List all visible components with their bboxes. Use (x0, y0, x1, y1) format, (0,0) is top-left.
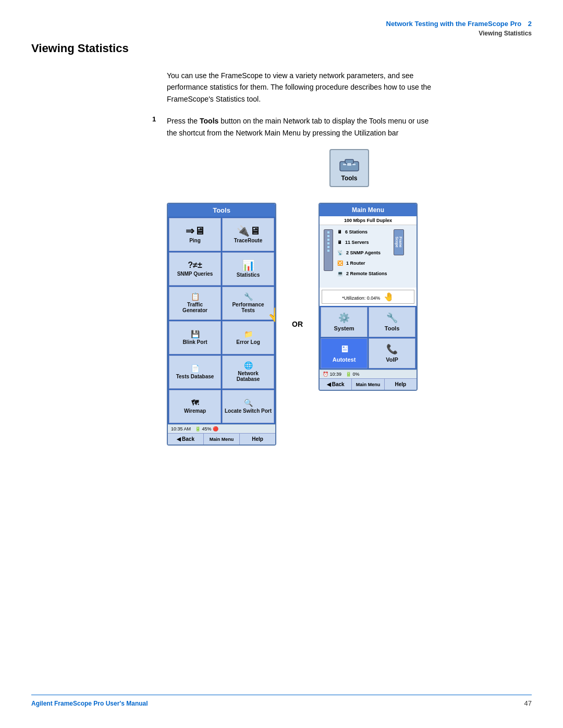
step1-text: Press the Tools button on the main Netwo… (167, 115, 438, 139)
main-menu-subtitle: 100 Mbps Full Duplex (320, 216, 417, 225)
tool-ping[interactable]: ⇒🖥 Ping (169, 218, 221, 251)
voip-label: VoIP (386, 356, 398, 363)
tool-snmp[interactable]: ?≠± SNMP Queries (169, 252, 221, 286)
tool-blink-label: Blink Port (182, 339, 207, 345)
tool-wiremap-label: Wiremap (184, 408, 206, 414)
intro-paragraph: You can use the FrameScope to view a var… (167, 70, 438, 105)
svg-rect-4 (347, 163, 351, 166)
snmp-item: 📡 2 SNMP Agents (337, 250, 387, 255)
autotest-label: Autotest (333, 356, 356, 363)
servers-icon: 🖥 (337, 240, 342, 245)
tool-locate-switch-port[interactable]: 🔍 Locate Switch Port (222, 390, 274, 423)
tool-tests-db-label: Tests Database (176, 374, 214, 379)
step-number: 1 (152, 115, 156, 123)
tools-help-btn[interactable]: Help (240, 434, 275, 445)
autotest-cell-icon: 🖥 (339, 344, 349, 355)
chapter-number: 2 (528, 20, 532, 28)
main-menu-screen: Main Menu 100 Mbps Full Duplex (319, 203, 418, 391)
main-menu-back-btn[interactable]: ◀ Back (320, 379, 352, 390)
utilization-bar[interactable]: *Utilization: 0.04% 🤚 (322, 290, 414, 304)
snmp-label: 2 SNMP Agents (346, 250, 381, 255)
or-separator: OR (287, 310, 308, 339)
section-subtitle: Viewing Statistics (479, 30, 532, 37)
menu-system[interactable]: ⚙️ System (321, 307, 368, 337)
main-menu-nav-bar: ◀ Back Main Menu Help (320, 378, 417, 390)
svg-rect-2 (343, 164, 346, 165)
network-items-list: 🖥 6 Stations 🖥 11 Servers 📡 2 SNMP Agent… (337, 229, 387, 279)
tool-ping-label: Ping (189, 238, 201, 243)
tools-screen-footer: 10:35 AM 🔋 45% 🔴 (168, 424, 275, 433)
switch-graphic (324, 229, 333, 271)
tool-blink-port[interactable]: 💾 Blink Port (169, 321, 221, 354)
tool-wiremap[interactable]: 🗺 Wiremap (169, 390, 221, 423)
stations-icon: 🖥 (337, 229, 342, 235)
tool-traceroute[interactable]: 🔌🖥 TraceRoute (222, 218, 274, 251)
router-item: 🔀 1 Router (337, 261, 387, 266)
toolbox-svg (338, 154, 361, 173)
tool-traffic-generator[interactable]: 📋 TrafficGenerator (169, 287, 221, 320)
snmp-icon: ?≠± (188, 261, 202, 269)
remote-stations-item: 💻 2 Remote Stations (337, 271, 387, 276)
tool-statistics-label: Statistics (237, 272, 260, 278)
tools-back-btn[interactable]: ◀ Back (168, 434, 204, 445)
menu-autotest[interactable]: 🖥 Autotest (321, 338, 368, 368)
tool-performance-tests[interactable]: 🔧 PerformanceTests (222, 287, 274, 320)
tool-error-label: Error Log (236, 339, 260, 345)
servers-label: 11 Servers (345, 240, 369, 245)
performance-icon: 🔧 (244, 293, 253, 300)
page-footer: Agilent FrameScope Pro User's Manual 47 (31, 695, 532, 707)
router-icon: 🔀 (337, 261, 343, 266)
menu-voip[interactable]: 📞 VoIP (369, 338, 415, 368)
hand-cursor-icon: 🤚 (267, 305, 276, 324)
svg-rect-1 (345, 159, 353, 164)
page-header: Network Testing with the FrameScope Pro … (386, 19, 532, 38)
tools-footer-battery: 🔋 45% 🔴 (193, 426, 221, 431)
tool-network-db-label: NetworkDatabase (237, 371, 260, 382)
voip-cell-icon: 📞 (386, 343, 398, 355)
statistics-icon: 📊 (242, 260, 255, 270)
page-content: Viewing Statistics You can use the Frame… (31, 42, 532, 446)
main-menu-grid: ⚙️ System 🔧 Tools 🖥 Autotest 📞 VoIP (320, 306, 417, 369)
bold-tools: Tools (200, 117, 218, 125)
main-menu-header: Main Menu (320, 204, 417, 216)
main-menu-footer: ⏰ 10:39 🔋 0% (320, 369, 417, 378)
tools-menu-label: Tools (385, 325, 400, 331)
snmp-network-icon: 📡 (337, 250, 343, 255)
framescope-graphic: FrameScope (394, 229, 404, 255)
stations-item: 🖥 6 Stations (337, 229, 387, 235)
tools-icon-area: Tools (167, 149, 532, 187)
tool-traffic-label: TrafficGenerator (182, 302, 207, 313)
locate-icon: 🔍 (244, 399, 253, 406)
section-title: Viewing Statistics (31, 42, 532, 55)
tools-nav-bar: ◀ Back Main Menu Help (168, 433, 275, 445)
utilization-label: *Utilization: 0.04% (342, 295, 380, 301)
traceroute-icon: 🔌🖥 (237, 226, 260, 236)
remote-stations-label: 2 Remote Stations (346, 271, 387, 276)
network-db-icon: 🌐 (244, 362, 253, 369)
tools-icon-button[interactable]: Tools (329, 149, 369, 187)
main-menu-time: ⏰ 10:39 (321, 372, 344, 377)
tools-cell-icon: 🔧 (386, 312, 398, 324)
wiremap-icon: 🗺 (191, 399, 199, 406)
tool-error-log[interactable]: 📁 Error Log (222, 321, 274, 354)
tool-network-database[interactable]: 🌐 NetworkDatabase (222, 355, 274, 389)
footer-manual-title: Agilent FrameScope Pro User's Manual (31, 700, 148, 707)
tool-tests-database[interactable]: 📄 Tests Database (169, 355, 221, 389)
error-icon: 📁 (244, 330, 253, 338)
tool-statistics[interactable]: 📊 Statistics (222, 252, 274, 286)
main-menu-main-btn[interactable]: Main Menu (352, 379, 384, 390)
tool-snmp-label: SNMP Queries (177, 271, 213, 277)
ping-icon: ⇒🖥 (186, 226, 205, 236)
tools-main-menu-btn[interactable]: Main Menu (204, 434, 240, 445)
tools-grid: ⇒🖥 Ping 🔌🖥 TraceRoute ?≠± SNMP Queries 📊… (168, 217, 275, 424)
main-menu-help-btn[interactable]: Help (385, 379, 417, 390)
network-diagram: 🖥 6 Stations 🖥 11 Servers 📡 2 SNMP Agent… (320, 225, 417, 288)
router-label: 1 Router (346, 261, 365, 266)
main-menu-status: 🔋 0% (344, 372, 362, 377)
screenshots-area: Tools ⇒🖥 Ping 🔌🖥 TraceRoute ?≠± SNMP Que… (167, 203, 532, 446)
menu-tools[interactable]: 🔧 Tools (369, 307, 415, 337)
footer-page-number: 47 (524, 699, 532, 707)
tools-menu-header: Tools (168, 204, 275, 217)
servers-item: 🖥 11 Servers (337, 240, 387, 245)
tool-traceroute-label: TraceRoute (234, 238, 262, 243)
